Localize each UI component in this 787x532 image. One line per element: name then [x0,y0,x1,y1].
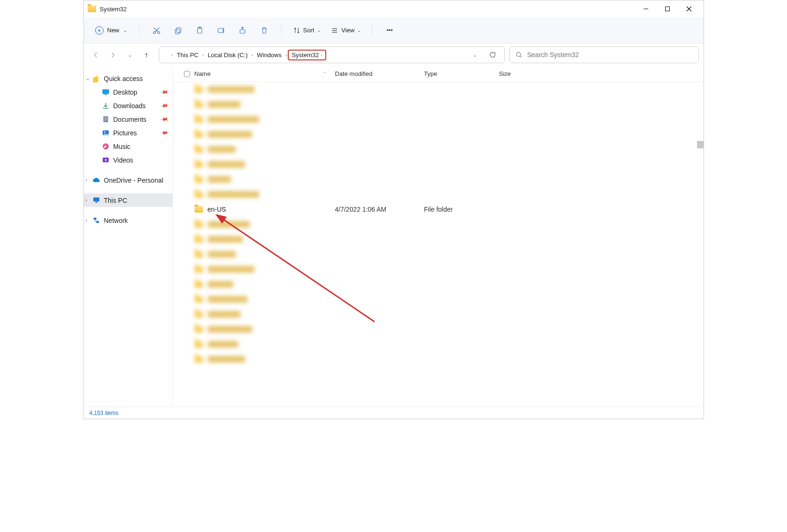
svg-rect-19 [105,94,106,95]
sidebar-this-pc[interactable]: › This PC [84,193,172,207]
sidebar-item-label: OneDrive - Personal [104,177,164,184]
svg-rect-32 [184,71,190,77]
view-icon [331,27,338,34]
column-name[interactable]: Name˄ [195,70,335,77]
pin-icon: 📌 [160,101,169,110]
blurred-row [173,172,704,187]
new-button[interactable]: + New ⌄ [90,23,132,37]
close-button[interactable] [678,1,700,16]
status-item-count: 4,153 items [90,410,119,416]
back-button[interactable] [89,47,104,62]
blurred-row [173,352,704,367]
download-icon [102,102,110,110]
blurred-row [173,322,704,337]
chevron-right-icon: › [86,218,87,223]
address-bar[interactable]: › This PC › Local Disk (C:) › Windows › … [159,46,505,63]
blurred-row [173,112,704,127]
address-dropdown-button[interactable]: ⌄ [467,48,483,62]
blurred-row [173,247,704,262]
blurred-row [173,97,704,112]
delete-button[interactable] [255,22,274,39]
scrollbar-thumb[interactable] [697,141,704,148]
svg-rect-29 [95,202,97,203]
more-button[interactable]: ••• [380,22,399,39]
blurred-row [173,187,704,202]
chevron-right-icon: › [86,198,87,203]
sidebar-item-documents[interactable]: Documents 📌 [84,112,172,126]
file-row-en-us[interactable]: en-US 4/7/2022 1:06 AM File folder [173,202,704,217]
crumb-label: System32 [292,52,319,59]
crumb-this-pc[interactable]: This PC [174,50,201,60]
toolbar-separator [139,24,140,37]
search-input[interactable] [527,51,693,59]
file-view: Name˄ Date modified Type Size [173,66,704,406]
network-icon [92,216,100,224]
sidebar-item-label: Music [113,143,131,150]
column-headers: Name˄ Date modified Type Size [173,66,704,82]
svg-rect-30 [93,218,96,220]
file-list[interactable]: en-US 4/7/2022 1:06 AM File folder [173,82,704,406]
select-all-checkbox[interactable] [180,71,195,77]
sidebar-item-videos[interactable]: Videos [84,153,172,167]
recent-button[interactable]: ⌄ [122,47,137,62]
svg-rect-7 [175,29,180,34]
address-folder-icon [163,52,171,58]
view-button[interactable]: View ⌄ [327,24,365,37]
toolbar: + New ⌄ Sort ⌄ View ⌄ ••• [84,17,704,44]
file-date: 4/7/2022 1:06 AM [335,206,424,213]
sidebar-item-music[interactable]: Music [84,140,172,153]
svg-point-25 [104,132,105,133]
paste-button[interactable] [190,22,209,39]
crumb-label: Windows [257,52,282,59]
toolbar-separator [281,24,282,37]
sidebar-item-desktop[interactable]: Desktop 📌 [84,85,172,99]
forward-button[interactable] [105,47,120,62]
sort-icon [293,27,300,34]
minimize-button[interactable] [635,1,657,16]
svg-rect-1 [665,7,669,11]
sidebar-onedrive[interactable]: › OneDrive - Personal [84,173,172,187]
sidebar-item-label: This PC [104,197,127,204]
sidebar-item-downloads[interactable]: Downloads 📌 [84,99,172,112]
explorer-window: System32 + New ⌄ Sort [83,0,704,419]
search-box[interactable] [510,46,699,63]
column-label: Type [424,70,437,77]
chevron-down-icon: ⌄ [317,28,321,33]
blurred-row [173,262,704,277]
rename-button[interactable] [212,22,231,39]
file-type: File folder [424,206,499,213]
column-type[interactable]: Type [424,70,499,77]
up-button[interactable] [139,47,154,62]
sort-button[interactable]: Sort ⌄ [289,24,325,37]
sidebar-item-pictures[interactable]: Pictures 📌 [84,126,172,140]
chevron-down-icon: ⌄ [86,76,90,81]
sidebar-item-label: Desktop [113,89,137,96]
sidebar-quick-access[interactable]: ⌄ Quick access [84,72,172,85]
share-button[interactable] [233,22,252,39]
address-bar-row: ⌄ › This PC › Local Disk (C:) › Windows … [84,44,704,66]
pin-icon: 📌 [160,128,169,137]
svg-rect-6 [177,28,181,33]
crumb-local-disk[interactable]: Local Disk (C:) [205,50,250,60]
blurred-row [173,337,704,352]
copy-button[interactable] [169,22,187,39]
svg-rect-12 [240,30,245,33]
blurred-row [173,292,704,307]
maximize-button[interactable] [657,1,678,16]
crumb-separator: › [285,52,287,58]
column-size[interactable]: Size [499,70,555,77]
search-icon [516,52,523,59]
svg-rect-28 [93,198,99,202]
cut-button[interactable] [147,22,166,39]
column-label: Name [195,70,211,77]
pin-icon: 📌 [160,115,169,124]
refresh-button[interactable] [485,48,501,62]
crumb-windows[interactable]: Windows [254,50,285,60]
pictures-icon [102,129,110,137]
sidebar-network[interactable]: › Network [84,214,172,227]
cloud-icon [92,176,100,184]
crumb-system32-highlighted[interactable]: System32 › [288,50,326,60]
window-title: System32 [100,6,127,13]
chevron-down-icon: ⌄ [357,28,361,33]
column-date[interactable]: Date modified [335,70,424,77]
